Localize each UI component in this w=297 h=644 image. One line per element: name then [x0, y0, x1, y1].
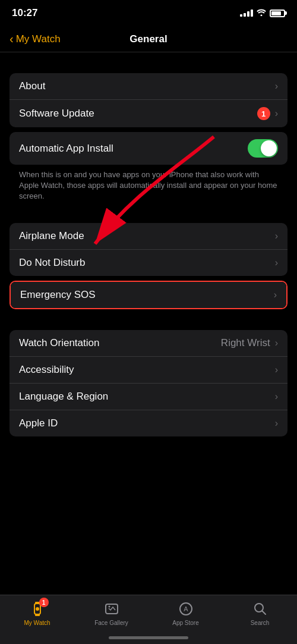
svg-point-6: [108, 606, 110, 608]
content-area: About › Software Update 1 › Automatic Ap…: [0, 52, 297, 486]
tab-app-store-label: App Store: [172, 620, 198, 626]
about-label: About: [19, 80, 45, 92]
do-not-disturb-label: Do Not Disturb: [19, 257, 85, 269]
apple-id-label: Apple ID: [19, 417, 58, 429]
emergency-sos-chevron-icon: ›: [274, 290, 277, 300]
airplane-mode-right: ›: [275, 231, 278, 241]
accessibility-right: ›: [275, 365, 278, 375]
svg-line-10: [262, 611, 266, 615]
software-update-badge: 1: [257, 107, 270, 120]
auto-install-toggle[interactable]: [248, 139, 278, 158]
software-update-label: Software Update: [19, 108, 94, 120]
list-item-apple-id[interactable]: Apple ID ›: [10, 410, 287, 436]
tab-app-store[interactable]: A App Store: [148, 600, 223, 626]
wifi-icon: [257, 8, 266, 18]
list-item-language-region[interactable]: Language & Region ›: [10, 384, 287, 410]
toggle-knob: [261, 140, 277, 156]
tab-my-watch[interactable]: 1 My Watch: [0, 600, 74, 626]
back-button[interactable]: ‹ My Watch: [10, 33, 61, 45]
status-icons: [240, 8, 285, 18]
do-not-disturb-chevron-icon: ›: [275, 257, 278, 268]
emergency-sos-label: Emergency SOS: [20, 289, 96, 301]
battery-icon: [270, 10, 285, 17]
signal-icon: [240, 10, 253, 17]
back-chevron-icon: ‹: [10, 33, 14, 45]
airplane-mode-label: Airplane Mode: [19, 230, 84, 242]
section-group3: Watch Orientation Right Wrist › Accessib…: [0, 330, 297, 436]
svg-point-4: [36, 607, 39, 611]
list-item-auto-install[interactable]: Automatic App Install: [10, 132, 287, 165]
search-icon: [251, 600, 269, 618]
language-region-chevron-icon: ›: [275, 391, 278, 402]
do-not-disturb-right: ›: [275, 257, 278, 268]
list-item-do-not-disturb[interactable]: Do Not Disturb ›: [10, 250, 287, 276]
section-group2: Airplane Mode › Do Not Disturb ›: [0, 223, 297, 276]
list-group-2: Airplane Mode › Do Not Disturb ›: [10, 223, 287, 276]
app-store-icon: A: [177, 600, 195, 618]
list-item-emergency-sos[interactable]: Emergency SOS ›: [11, 282, 286, 308]
language-region-label: Language & Region: [19, 391, 108, 403]
language-region-right: ›: [275, 391, 278, 402]
tab-face-gallery[interactable]: Face Gallery: [74, 600, 148, 626]
software-update-right: 1 ›: [257, 107, 278, 120]
emergency-sos-highlight: Emergency SOS ›: [10, 281, 287, 309]
tab-my-watch-label: My Watch: [24, 620, 50, 626]
list-group-1: About › Software Update 1 ›: [10, 73, 287, 127]
apple-id-chevron-icon: ›: [275, 418, 278, 429]
list-group-auto-install: Automatic App Install: [10, 132, 287, 165]
about-right: ›: [275, 81, 278, 92]
accessibility-chevron-icon: ›: [275, 365, 278, 375]
page-title: General: [129, 33, 167, 45]
watch-orientation-label: Watch Orientation: [19, 337, 99, 349]
section-auto-install: Automatic App Install When this is on an…: [0, 132, 297, 202]
list-group-3: Watch Orientation Right Wrist › Accessib…: [10, 330, 287, 436]
auto-install-help-text: When this is on and you have apps on you…: [0, 165, 297, 202]
apple-id-right: ›: [275, 418, 278, 429]
auto-install-right: [248, 139, 278, 158]
emergency-sos-right: ›: [274, 290, 277, 300]
svg-text:A: A: [184, 605, 188, 612]
watch-orientation-right: Right Wrist ›: [221, 337, 278, 349]
watch-orientation-value: Right Wrist: [221, 337, 270, 349]
status-bar: 10:27: [0, 0, 297, 26]
section-emergency-sos: Emergency SOS ›: [0, 281, 297, 309]
section-group1: About › Software Update 1 ›: [0, 73, 297, 127]
tab-search-label: Search: [251, 620, 270, 626]
list-item-software-update[interactable]: Software Update 1 ›: [10, 100, 287, 127]
face-gallery-icon: [103, 600, 121, 618]
accessibility-label: Accessibility: [19, 364, 74, 376]
svg-rect-3: [35, 614, 40, 616]
list-item-airplane-mode[interactable]: Airplane Mode ›: [10, 223, 287, 250]
navigation-header: ‹ My Watch General: [0, 26, 297, 52]
my-watch-icon: 1: [29, 600, 46, 618]
back-label: My Watch: [16, 33, 61, 45]
watch-orientation-chevron-icon: ›: [275, 338, 278, 348]
software-update-chevron-icon: ›: [275, 108, 278, 119]
tab-face-gallery-label: Face Gallery: [94, 620, 128, 626]
list-item-about[interactable]: About ›: [10, 73, 287, 100]
status-time: 10:27: [12, 7, 37, 19]
my-watch-tab-badge: 1: [39, 598, 49, 607]
about-chevron-icon: ›: [275, 81, 278, 92]
auto-install-label: Automatic App Install: [19, 143, 113, 155]
tab-search[interactable]: Search: [223, 600, 297, 626]
list-item-accessibility[interactable]: Accessibility ›: [10, 357, 287, 384]
airplane-mode-chevron-icon: ›: [275, 231, 278, 241]
home-indicator: [109, 636, 188, 639]
list-item-watch-orientation[interactable]: Watch Orientation Right Wrist ›: [10, 330, 287, 357]
